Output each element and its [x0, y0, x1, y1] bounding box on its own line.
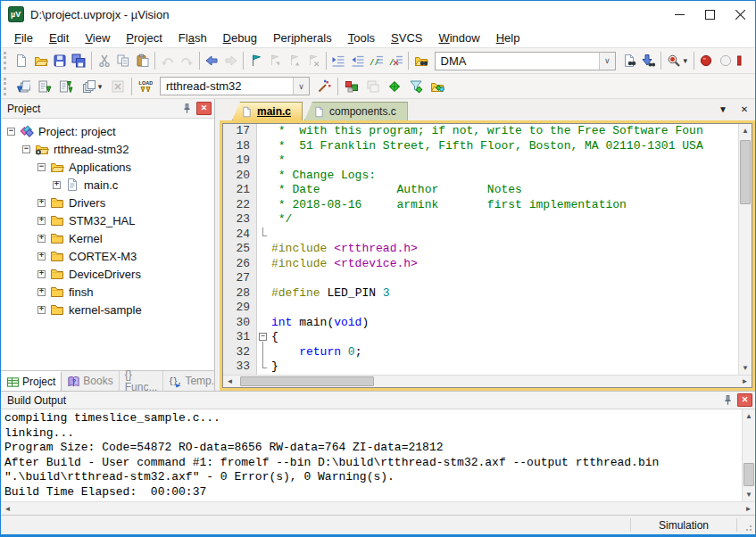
code-line-20[interactable]: 20 * Change Logs:	[223, 169, 738, 184]
expand-icon[interactable]: +	[53, 181, 61, 189]
tree-item-main-c[interactable]: +main.c	[1, 176, 214, 194]
pack-installer-button[interactable]	[427, 76, 448, 96]
code-line-26[interactable]: 26#include <rtdevice.h>	[223, 257, 738, 272]
code-line-25[interactable]: 25#include <rtthread.h>	[223, 242, 738, 257]
navigate-forward-button[interactable]	[221, 51, 240, 71]
tree-item-rtthread-stm32[interactable]: −rtthread-stm32	[1, 140, 214, 158]
new-file-button[interactable]	[12, 51, 31, 71]
search-combo-value[interactable]: DMA	[436, 53, 599, 70]
tree-item-stm32-hal[interactable]: +STM32_HAL	[1, 211, 214, 229]
minimize-button[interactable]	[664, 1, 694, 28]
translate-file-button[interactable]	[12, 76, 34, 96]
expand-icon[interactable]: +	[37, 235, 46, 243]
clear-bookmarks-button[interactable]	[303, 51, 322, 71]
close-panel-button[interactable]: ✕	[737, 393, 752, 407]
scroll-down-icon[interactable]: ▼	[743, 488, 755, 501]
save-button[interactable]	[50, 51, 69, 71]
collapse-icon[interactable]: −	[22, 145, 30, 153]
code-line-18[interactable]: 18 * 51 Franklin Street, Fifth Floor, Bo…	[223, 139, 738, 154]
code-line-19[interactable]: 19 *	[223, 153, 738, 169]
code-line-23[interactable]: 23 */	[223, 212, 738, 227]
code-line-31[interactable]: 31−{	[223, 330, 738, 345]
code-line-32[interactable]: 32 return 0;	[223, 345, 738, 360]
scroll-left-icon[interactable]: ◄	[223, 376, 237, 387]
collapse-region-icon[interactable]: −	[259, 333, 267, 341]
editor-vscroll-thumb[interactable]	[740, 140, 751, 204]
menu-peripherals[interactable]: Peripherals	[265, 29, 340, 46]
pin-icon[interactable]	[720, 393, 735, 407]
redo-button[interactable]	[177, 51, 195, 71]
tree-item-finsh[interactable]: +finsh	[1, 283, 214, 301]
menu-flash[interactable]: Flash	[170, 29, 215, 46]
tree-item-devicedrivers[interactable]: +DeviceDrivers	[1, 265, 214, 283]
editor-hscroll-thumb[interactable]	[240, 376, 374, 386]
toggle-bookmark-button[interactable]	[246, 51, 265, 71]
scroll-up-icon[interactable]: ▲	[739, 124, 752, 137]
menu-view[interactable]: View	[77, 29, 118, 46]
code-line-17[interactable]: 17 * with this program; if not, write to…	[223, 124, 738, 139]
save-all-button[interactable]	[70, 51, 88, 71]
tree-item-project-project[interactable]: −Project: project	[1, 122, 214, 140]
menu-window[interactable]: Window	[430, 29, 487, 46]
code-line-24[interactable]: 24	[223, 227, 738, 243]
code-line-33[interactable]: 33}	[223, 359, 738, 375]
scroll-down-icon[interactable]: ▼	[739, 361, 752, 375]
tree-item-cortex-m3[interactable]: +CORTEX-M3	[1, 247, 214, 265]
tree-item-kernel[interactable]: +Kernel	[1, 229, 214, 247]
menu-file[interactable]: File	[6, 29, 41, 46]
manage-project-items-button[interactable]	[341, 76, 362, 96]
code-editor[interactable]: 17 * with this program; if not, write to…	[223, 124, 752, 375]
batch-build-button[interactable]: ▾	[77, 76, 107, 96]
menu-project[interactable]: Project	[118, 29, 170, 46]
search-combo-dropdown-icon[interactable]: ∨	[599, 53, 615, 70]
code-line-30[interactable]: 30int main(void)	[223, 316, 738, 331]
build-output-panel[interactable]: compiling timeslice_sample.c...linking..…	[1, 409, 755, 502]
scroll-right-icon[interactable]: ►	[738, 376, 752, 387]
panel-tab-project[interactable]: Project	[1, 371, 62, 391]
panel-tab-func[interactable]: {} Func...	[120, 371, 164, 391]
code-line-27[interactable]: 27	[223, 271, 738, 286]
expand-icon[interactable]: +	[37, 252, 46, 260]
menu-help[interactable]: Help	[488, 29, 528, 46]
expand-icon[interactable]: +	[37, 270, 46, 278]
menu-tools[interactable]: Tools	[340, 29, 383, 46]
resize-grip[interactable]	[737, 516, 755, 534]
manage-rte-button[interactable]	[384, 76, 405, 96]
target-combo-value[interactable]: rtthread-stm32	[161, 78, 293, 95]
menu-svcs[interactable]: SVCS	[383, 29, 430, 46]
code-line-29[interactable]: 29	[223, 301, 738, 316]
scroll-left-icon[interactable]: ◄	[1, 502, 14, 515]
document-tab-components-c[interactable]: components.c	[304, 102, 408, 120]
enable-disable-breakpoint-button[interactable]	[716, 51, 735, 71]
tab-list-dropdown[interactable]: ▼	[716, 102, 730, 116]
scroll-right-icon[interactable]: ►	[742, 502, 755, 515]
uncomment-selection-button[interactable]: /	[386, 51, 405, 71]
disable-all-breakpoints-button[interactable]	[735, 51, 753, 71]
code-lines[interactable]: 17 * with this program; if not, write to…	[223, 124, 738, 375]
document-tab-main-c[interactable]: main.c	[232, 102, 303, 120]
panel-tab-books[interactable]: ?Books	[62, 371, 119, 391]
code-line-28[interactable]: 28#define LED_PIN 3	[223, 286, 738, 302]
code-line-22[interactable]: 22 * 2018-08-16 armink first implementat…	[223, 198, 738, 213]
editor-hscrollbar[interactable]: ◄ ►	[223, 375, 752, 387]
rebuild-all-button[interactable]	[55, 76, 77, 96]
expand-icon[interactable]: +	[37, 217, 46, 225]
cut-button[interactable]	[95, 51, 113, 71]
maximize-button[interactable]	[694, 1, 725, 28]
fold-marker-icon[interactable]: −	[257, 330, 269, 345]
copy-window-button[interactable]	[362, 76, 384, 96]
expand-icon[interactable]: +	[37, 288, 46, 296]
tree-item-applications[interactable]: −Applications	[1, 158, 214, 176]
collapse-icon[interactable]: −	[37, 163, 46, 171]
stop-build-button[interactable]	[107, 76, 129, 96]
expand-icon[interactable]: +	[37, 199, 46, 207]
find-in-files-dialog-button[interactable]	[619, 51, 638, 71]
collapse-icon[interactable]: −	[7, 128, 15, 136]
paste-button[interactable]	[133, 51, 152, 71]
find-in-files-button[interactable]	[411, 51, 430, 71]
open-file-button[interactable]	[31, 51, 50, 71]
close-panel-button[interactable]: ✕	[196, 102, 212, 115]
comment-selection-button[interactable]: //	[368, 51, 386, 71]
expand-icon[interactable]: +	[37, 306, 46, 314]
target-combo-dropdown-icon[interactable]: ∨	[293, 78, 309, 95]
